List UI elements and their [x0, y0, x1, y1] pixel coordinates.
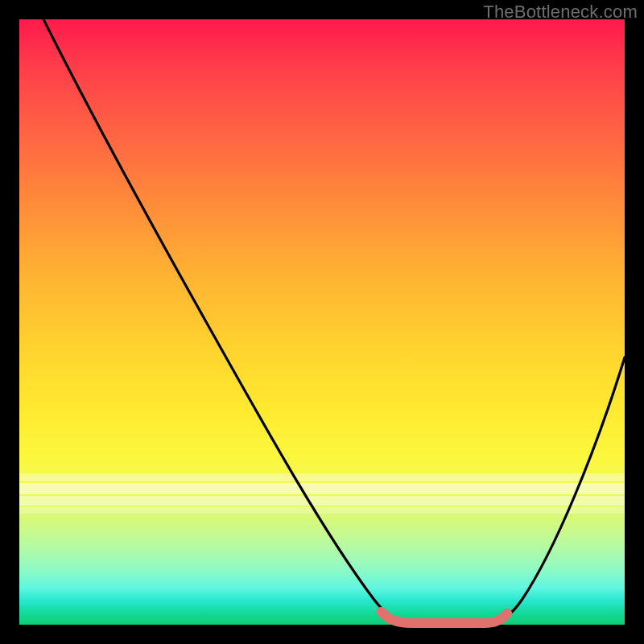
chart-frame: TheBottleneck.com [0, 0, 644, 644]
bottleneck-curve [19, 19, 625, 625]
attribution-text: TheBottleneck.com [483, 2, 638, 23]
chart-plot-area [19, 19, 625, 625]
highlight-end-dot-right [502, 609, 512, 618]
highlight-min-segment [382, 612, 507, 623]
highlight-end-dot-left [377, 607, 386, 617]
curve-path [43, 19, 625, 621]
